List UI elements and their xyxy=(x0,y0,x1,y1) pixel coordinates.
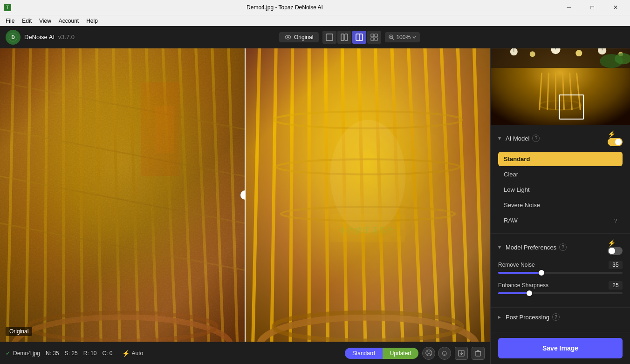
model-option-clear[interactable]: Clear xyxy=(498,167,623,182)
menu-file[interactable]: File xyxy=(2,17,18,25)
svg-line-33 xyxy=(0,129,245,176)
remove-noise-slider-row: Remove Noise 35 xyxy=(498,261,623,274)
remove-noise-thumb[interactable] xyxy=(539,270,544,276)
svg-line-23 xyxy=(96,48,101,342)
svg-rect-17 xyxy=(0,48,245,342)
ai-model-help[interactable]: ? xyxy=(532,135,540,142)
svg-line-31 xyxy=(228,48,238,342)
save-image-button[interactable]: Save Image xyxy=(498,338,623,358)
svg-line-27 xyxy=(162,48,176,342)
model-option-lowlight[interactable]: Low Light xyxy=(498,182,623,197)
enhance-sharpness-value[interactable]: 25 xyxy=(609,281,623,290)
app-icon: T xyxy=(4,4,11,11)
sad-face-button[interactable]: ☹ xyxy=(422,347,435,360)
model-prefs-toggle[interactable] xyxy=(608,247,623,255)
svg-line-18 xyxy=(7,48,14,342)
ai-model-section: ▾ AI Model ? ⚡ Standard Clear Low Light xyxy=(491,125,630,234)
auto-mode[interactable]: ⚡ Auto xyxy=(122,350,144,357)
remove-noise-value[interactable]: 35 xyxy=(609,261,623,269)
svg-rect-11 xyxy=(371,38,374,40)
recover-param: R: 10 xyxy=(83,350,97,357)
model-prefs-title: Model Preferences xyxy=(506,244,556,251)
view-mode-buttons xyxy=(322,31,381,44)
post-processing-section: ▸ Post Processing ? xyxy=(491,308,630,332)
image-split: Original xyxy=(0,48,490,342)
svg-rect-66 xyxy=(476,351,480,356)
close-button[interactable]: ✕ xyxy=(605,0,626,15)
minimize-button[interactable]: ─ xyxy=(558,0,580,15)
processed-image-pane[interactable]: 小力校庄 乐乐合 xyxy=(246,48,490,342)
raw-help-icon[interactable]: ? xyxy=(614,218,617,223)
svg-point-38 xyxy=(28,312,217,341)
original-label: Original xyxy=(6,327,32,336)
remove-noise-fill xyxy=(498,272,541,274)
delete-button[interactable] xyxy=(472,347,485,360)
zoom-level: 100% xyxy=(396,34,411,40)
noise-param: N: 35 xyxy=(46,350,59,357)
filename-section: ✓ Demo4.jpg xyxy=(6,350,40,357)
svg-text:D: D xyxy=(11,35,14,40)
svg-line-25 xyxy=(130,48,139,342)
lightning-icon: ⚡ xyxy=(122,350,130,357)
svg-rect-40 xyxy=(155,106,174,153)
ai-model-chevron[interactable]: ▾ xyxy=(498,135,501,142)
zoom-control[interactable]: 100% xyxy=(385,32,420,42)
enhance-sharpness-label-row: Enhance Sharpness 25 xyxy=(498,281,623,290)
quad-view-button[interactable] xyxy=(367,31,381,44)
app-logo: D DeNoise AI v3.7.0 xyxy=(6,30,75,45)
enhance-sharpness-thumb[interactable] xyxy=(527,290,532,296)
thumbnail-svg xyxy=(491,48,630,125)
post-processing-help[interactable]: ? xyxy=(552,313,560,321)
badge-updated: Updated xyxy=(383,348,418,359)
happy-face-button[interactable]: ☺ xyxy=(438,347,451,360)
export-icon xyxy=(458,350,465,357)
svg-line-19 xyxy=(26,48,31,342)
menu-bar: File Edit View Account Help xyxy=(0,15,630,26)
menu-view[interactable]: View xyxy=(35,17,55,25)
enhance-sharpness-track[interactable] xyxy=(498,292,623,294)
menu-help[interactable]: Help xyxy=(82,17,102,25)
menu-account[interactable]: Account xyxy=(55,17,82,25)
split-vertical-button[interactable] xyxy=(352,31,366,44)
face-buttons: ☹ ☺ xyxy=(422,347,451,360)
ai-model-toggle-area: ⚡ xyxy=(608,130,623,146)
right-panel: ▾ AI Model ? ⚡ Standard Clear Low Light xyxy=(490,48,630,364)
app-name: DeNoise AI v3.7.0 xyxy=(24,34,75,40)
svg-line-44 xyxy=(290,48,293,342)
svg-line-30 xyxy=(212,48,223,342)
model-option-raw[interactable]: RAW ? xyxy=(498,213,623,228)
ai-model-toggle[interactable] xyxy=(608,138,623,146)
svg-line-34 xyxy=(0,176,245,223)
menu-edit[interactable]: Edit xyxy=(18,17,35,25)
svg-line-32 xyxy=(0,82,245,129)
original-image-pane[interactable]: Original xyxy=(0,48,245,342)
image-area[interactable]: Original xyxy=(0,48,490,364)
remove-noise-track[interactable] xyxy=(498,272,623,274)
model-option-severe-noise[interactable]: Severe Noise xyxy=(498,198,623,212)
model-options-list: Standard Clear Low Light Severe Noise RA… xyxy=(498,152,623,228)
export-button[interactable] xyxy=(455,347,468,360)
svg-line-20 xyxy=(45,48,47,342)
chevron-down-icon xyxy=(412,35,416,39)
model-prefs-help[interactable]: ? xyxy=(559,243,567,251)
model-prefs-lightning: ⚡ xyxy=(608,239,616,247)
svg-line-22 xyxy=(80,48,82,342)
post-processing-chevron[interactable]: ▸ xyxy=(498,314,501,320)
svg-point-76 xyxy=(575,50,582,56)
model-prefs-toggle-area: ⚡ xyxy=(608,239,623,255)
original-birdcage-svg xyxy=(0,48,245,342)
filename: Demo4.jpg xyxy=(13,350,40,357)
svg-rect-6 xyxy=(345,34,348,40)
split-h-icon xyxy=(341,34,348,41)
svg-line-29 xyxy=(195,48,209,342)
split-horizontal-button[interactable] xyxy=(337,31,351,44)
model-prefs-chevron[interactable]: ▾ xyxy=(498,244,501,250)
svg-rect-12 xyxy=(375,38,377,40)
restore-button[interactable]: □ xyxy=(582,0,603,15)
single-view-button[interactable] xyxy=(322,31,336,44)
model-option-standard[interactable]: Standard xyxy=(498,152,623,166)
original-button[interactable]: Original xyxy=(279,32,319,42)
thumbnail-area[interactable] xyxy=(491,48,630,125)
svg-line-35 xyxy=(0,223,245,270)
model-badge: Standard Updated xyxy=(345,348,418,359)
